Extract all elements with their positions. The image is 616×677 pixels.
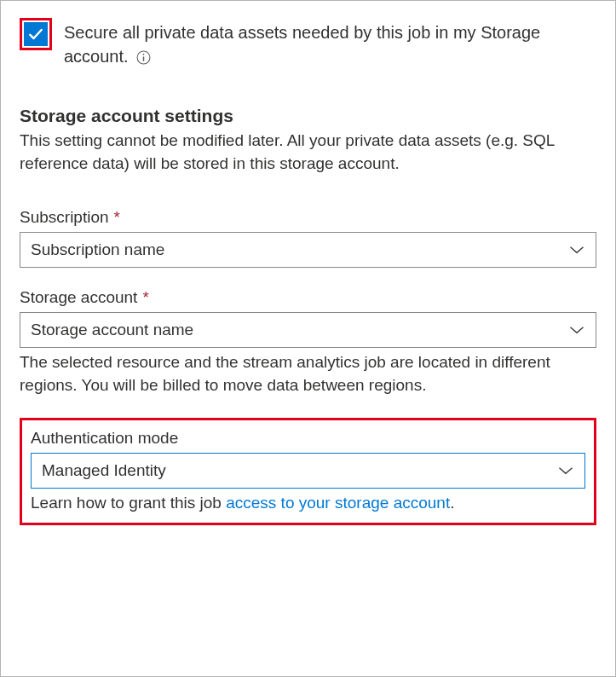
auth-mode-label: Authentication mode <box>31 429 585 448</box>
storage-account-select[interactable]: Storage account name <box>20 312 596 348</box>
subscription-field: Subscription* Subscription name <box>20 208 596 268</box>
secure-assets-row: Secure all private data assets needed by… <box>20 18 596 68</box>
auth-mode-select[interactable]: Managed Identity <box>31 453 585 489</box>
checkbox-highlight <box>20 18 52 50</box>
svg-point-2 <box>143 54 145 55</box>
storage-settings-panel: Secure all private data assets needed by… <box>0 0 616 677</box>
subscription-select[interactable]: Subscription name <box>20 232 596 268</box>
secure-assets-checkbox[interactable] <box>24 22 48 46</box>
chevron-down-icon <box>557 465 574 477</box>
access-storage-link[interactable]: access to your storage account <box>226 494 450 512</box>
section-title: Storage account settings <box>20 106 596 126</box>
subscription-label: Subscription* <box>20 208 596 227</box>
auth-learn-text: Learn how to grant this job access to yo… <box>31 494 585 512</box>
chevron-down-icon <box>568 324 585 336</box>
storage-region-warning: The selected resource and the stream ana… <box>20 351 596 397</box>
required-asterisk: * <box>142 288 148 306</box>
auth-mode-value: Managed Identity <box>42 461 166 480</box>
required-asterisk: * <box>114 208 120 226</box>
auth-mode-highlight: Authentication mode Managed Identity Lea… <box>20 418 596 525</box>
subscription-value: Subscription name <box>31 240 164 259</box>
storage-account-label: Storage account* <box>20 288 596 307</box>
chevron-down-icon <box>568 244 585 256</box>
storage-account-field: Storage account* Storage account name Th… <box>20 288 596 397</box>
section-description: This setting cannot be modified later. A… <box>20 130 596 176</box>
storage-account-value: Storage account name <box>31 321 193 339</box>
check-icon <box>27 26 44 43</box>
secure-assets-label: Secure all private data assets needed by… <box>64 18 596 68</box>
info-icon[interactable] <box>136 50 151 65</box>
